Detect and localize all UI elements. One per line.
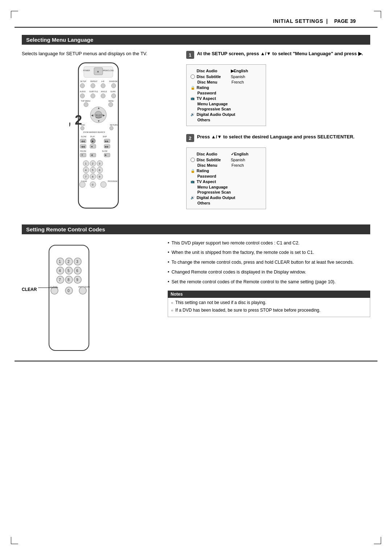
svg-point-11	[91, 84, 95, 88]
svg-text:1: 1	[59, 260, 61, 264]
svg-text:▼: ▼	[97, 119, 100, 123]
progscan-label-1: Progressive Scan	[197, 107, 231, 111]
digaudio-label-2: Digital Audio Output	[197, 195, 236, 200]
bullet-list: This DVD player support two remote contr…	[168, 240, 370, 285]
menu-row-disc-menu-1: Disc Menu French	[190, 80, 262, 84]
tvaspect-label-2: TV Aspect	[197, 179, 229, 184]
svg-point-18	[80, 94, 85, 98]
svg-text:▶▶: ▶▶	[105, 140, 109, 142]
tvaspect-icon-2: 📺	[190, 179, 195, 184]
remote-small-svg: 1 2 3 4 5 6 7	[44, 243, 94, 352]
svg-text:7: 7	[85, 175, 87, 178]
others-label-1: Others	[197, 118, 230, 122]
disc-menu-value-1: French	[232, 80, 244, 84]
bullet-5-text: Set the remote control codes of the Remo…	[171, 279, 335, 285]
section1-left: Selects language for SETUP menus and dis…	[22, 50, 175, 217]
bullet-4: Changed Remote control codes is displaye…	[168, 269, 370, 276]
svg-text:2: 2	[92, 162, 94, 165]
page-header: INITIAL SETTINGS | PAGE 39	[15, 0, 377, 28]
svg-text:0: 0	[92, 183, 94, 186]
svg-point-25	[109, 102, 113, 107]
svg-text:5: 5	[92, 169, 94, 172]
svg-text:3: 3	[99, 162, 101, 165]
disc-subtitle-value-1: Spanish	[231, 74, 245, 79]
bullet-2-text: When the unit is shipped from the factor…	[171, 249, 314, 256]
svg-text:ENTER: ENTER	[96, 116, 102, 118]
section1-right: 1 At the SETUP screen, press ▲/▼ to sele…	[186, 50, 370, 217]
progscan-label-2: Progressive Scan	[197, 190, 231, 194]
svg-text:PLAY: PLAY	[90, 135, 95, 138]
svg-text:REPEAT: REPEAT	[90, 80, 98, 82]
svg-text:9: 9	[99, 175, 101, 178]
svg-text:PAUSE: PAUSE	[80, 150, 86, 152]
svg-text:4: 4	[85, 169, 87, 172]
section1-desc: Selects language for SETUP menus and dis…	[22, 50, 175, 57]
section1-title: Selecting Menu Language	[26, 37, 93, 43]
menu-row-disc-audio-2: Disc Audio ✓English	[190, 151, 262, 157]
disc-subtitle-label-2: Disc Subtitle	[197, 158, 229, 162]
section2-layout: CLEAR 1 2	[22, 240, 370, 353]
disc-subtitle-label-1: Disc Subtitle	[197, 74, 229, 79]
step2-box: 2 Press ▲/▼ to select the desired Langua…	[186, 133, 370, 142]
svg-text:6: 6	[76, 269, 78, 273]
menu-display-2: Disc Audio ✓English Disc Subtitle Spanis…	[186, 147, 266, 209]
note-2-text: If a DVD has been loaded, be sure to pre…	[175, 307, 320, 313]
svg-point-24	[84, 102, 88, 107]
menu-row-digaudio-2: 🔊 Digital Audio Output	[190, 195, 262, 200]
svg-text:■: ■	[91, 145, 93, 148]
tv-icon-1: 📺	[191, 97, 195, 100]
menu-row-rating-1: 🔒 Rating	[190, 85, 262, 90]
svg-text:◀◀: ◀◀	[81, 145, 85, 148]
svg-text:MENU: MENU	[109, 100, 114, 102]
svg-text:▲: ▲	[97, 106, 100, 110]
menu-row-progscan-2: Progressive Scan	[190, 190, 262, 194]
corner-mark-bl	[11, 537, 18, 544]
svg-text:5: 5	[68, 269, 70, 273]
svg-point-13	[111, 84, 116, 88]
bullet-5: Set the remote control codes of the Remo…	[168, 279, 370, 285]
svg-point-37	[110, 126, 113, 130]
clear-arrow	[38, 284, 60, 291]
svg-text:8: 8	[92, 175, 94, 178]
circle-icon-2	[191, 158, 195, 162]
corner-mark-br	[374, 537, 381, 544]
others-label-2: Others	[197, 201, 230, 205]
menu-row-tvaspect-1: 📺 TV Aspect	[190, 96, 262, 101]
svg-text:AUDIO: AUDIO	[80, 90, 86, 93]
svg-text:SURR.: SURR.	[110, 90, 116, 93]
disc-subtitle-icon-1	[190, 74, 195, 79]
lock-icon-2: 🔒	[191, 169, 195, 173]
menu-row-disc-subtitle-1: Disc Subtitle Spanish	[190, 74, 262, 79]
tvaspect-label-1: TV Aspect	[197, 96, 229, 101]
svg-text:◀◀: ◀◀	[81, 140, 85, 142]
menu-row-progscan-1: Progressive Scan	[190, 107, 262, 111]
menu-row-disc-subtitle-2: Disc Subtitle Spanish	[190, 157, 262, 162]
note-1: This setting can not be used if a disc i…	[171, 300, 367, 306]
disc-audio-label-2: Disc Audio	[197, 152, 229, 156]
digaudio-icon-1: 🔊	[190, 112, 195, 117]
section2-container: Setting Remote Control Codes CLEAR	[22, 224, 370, 353]
password-label-1: Password	[197, 91, 230, 95]
rating-icon-1: 🔒	[190, 85, 195, 90]
bullet-4-text: Changed Remote control codes is displaye…	[171, 269, 306, 276]
svg-point-12	[101, 84, 105, 88]
svg-text:RETURN: RETURN	[110, 124, 118, 126]
main-content: Selecting Menu Language Selects language…	[0, 35, 392, 353]
svg-text:7: 7	[59, 278, 61, 282]
note-1-text: This setting can not be used if a disc i…	[175, 300, 266, 306]
svg-point-21	[111, 94, 116, 98]
section2-left: CLEAR 1 2	[22, 240, 157, 353]
menu-row-password-1: Password	[190, 91, 262, 95]
menu-row-disc-menu-2: Disc Menu French	[190, 163, 262, 167]
section2-title: Setting Remote Control Codes	[26, 226, 105, 232]
remote-small-area: 1 2 3 4 5 6 7	[44, 243, 94, 353]
svg-text:OPEN/CLOSE: OPEN/CLOSE	[102, 69, 114, 72]
menu-row-tvaspect-2: 📺 TV Aspect	[190, 179, 262, 184]
menu-row-others-2: Others	[190, 201, 262, 205]
svg-text:1: 1	[85, 162, 87, 165]
section2-header: Setting Remote Control Codes	[22, 224, 370, 234]
svg-text:▶▶: ▶▶	[105, 145, 109, 148]
svg-text:ANGLE: ANGLE	[101, 90, 107, 93]
bullet-3: To change the remote control cods, press…	[168, 259, 370, 266]
remote-illustration: POWER OPEN/CLOSE ▲ SETUP REPEAT A-B RAND…	[22, 61, 175, 214]
